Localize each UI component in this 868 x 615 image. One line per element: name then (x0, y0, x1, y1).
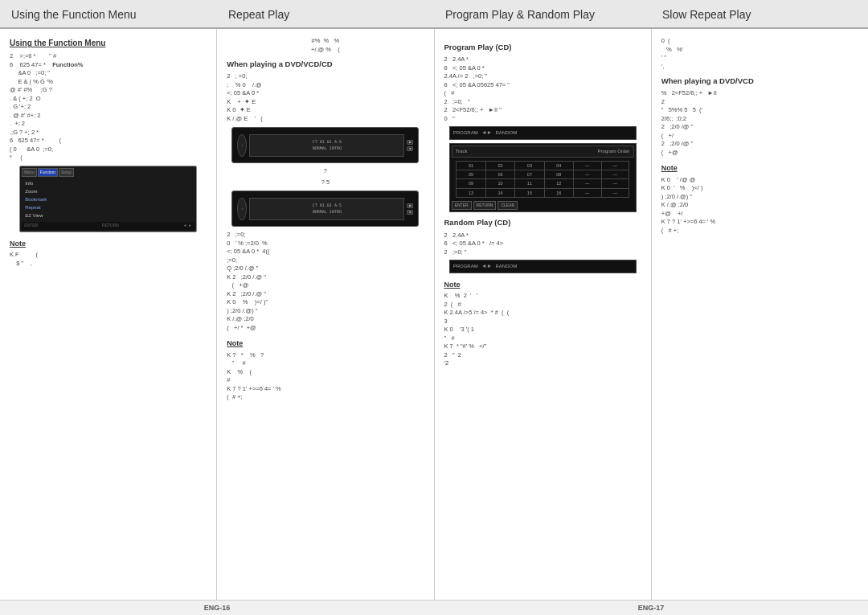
c4n-6: K 7 ? 1' +>=6 4= ' % (661, 218, 858, 227)
c4i-4: ', (661, 63, 858, 72)
c2b2-5: Q ;2/0 /.@ " (227, 264, 424, 273)
c2n-5: K 7 ? 1' +>=6 4= ' % (227, 385, 424, 394)
c2b2-8: K 2 ;2/0 /.@ " (227, 290, 424, 299)
c3p-1: 2 2.4A * (444, 55, 641, 64)
fm-item-ezview: EZ View (23, 211, 193, 219)
col1-line-2: 6 625 47= * Function% (10, 61, 207, 70)
col3-random-title: Random Play (CD) (444, 217, 641, 228)
prog-arrow-icon-2: ◄► (481, 262, 493, 271)
table-cell: 07 (515, 170, 544, 179)
c2n-1: K ? * % ? (227, 351, 424, 360)
c2-b6: K /.@ E ' ( (227, 115, 424, 124)
c2n-2: " # (227, 359, 424, 368)
col3-note-title: Note (444, 280, 641, 291)
col3-note: K % 2 ' ' 2 ( # K 2.4A />5 /= 4> * # ( (… (444, 292, 641, 368)
column-1: Using the Function Menu 2 >;=6 * " # 6 6… (0, 29, 217, 600)
page-num-left: ENG-16 (0, 604, 434, 612)
c4n-2: K 0 ' % )</ ) (661, 184, 858, 193)
c2-b3: <; 05 &A 0 * (227, 89, 424, 98)
prog-order-label: Program Order (598, 148, 630, 155)
c3p-8: 0 " (444, 115, 641, 124)
col2-body1: 2 ; =0; ; % 0 /.@ <; 05 &A 0 * K + ✦ E K… (227, 72, 424, 123)
c4i-1: 0 ( (661, 37, 858, 46)
table-cell: 06 (485, 170, 514, 179)
col1-line-6: . & ( +; 2 O (10, 95, 207, 104)
c4w-5: 2 ;2/0 /@ " (661, 123, 858, 132)
c3n-7: K 7 * "#' % </" (444, 342, 641, 351)
c2-b1: 2 ; =0; (227, 72, 424, 81)
col1-note: K F ( $ " , (10, 251, 207, 268)
c4n-3: ) ;2/0 /.@) " (661, 193, 858, 202)
col1-note-1: K F ( (10, 251, 207, 260)
col1-line-5: @ #' #% ;G ? (10, 86, 207, 95)
col2-note: K ? * % ? " # K % ( # K 7 ? 1' +>=6 4= '… (227, 351, 424, 402)
c4w-1: % 2<F52/6;; + ►II (661, 89, 858, 98)
fm-item-info: Info (23, 179, 193, 187)
c4w-8: ( +@ (661, 149, 858, 158)
program-header-bar: Track Program Order (452, 146, 634, 158)
c3r-1: 2 2.4A * (444, 232, 641, 240)
c4w-3: " 5%% 5 5 (' (661, 106, 858, 115)
program-buttons: ENTER RETURN CLEAR (452, 201, 634, 211)
c3p-3: 2.4A /> 2 ;=0; " (444, 72, 641, 81)
page: Using the Function Menu Repeat Play Prog… (0, 0, 868, 615)
dvd-screen-small-1: CT 01 01 A-5 NORMAL INTRO (249, 134, 404, 157)
col1-line-9: . +; 2 (10, 120, 207, 129)
col4-intro: 0 ( % %' ' " ', (661, 37, 858, 71)
col1-line-1: 2 >;=6 * " # (10, 52, 207, 61)
col2-hline-2: +/.@ % ( (227, 46, 424, 55)
c3n-4: 3 (444, 318, 641, 326)
c3n-3: K 2.4A />5 /= 4> * # ( ( (444, 309, 641, 318)
col2-question: ? (227, 167, 424, 176)
c3p-5: ( # (444, 89, 641, 98)
c2b2-2: 0 ' % ;=2/0 % (227, 240, 424, 248)
footer-bar: ENG-16 ENG-17 (0, 600, 868, 615)
c3n-1: K % 2 ' ' (444, 292, 641, 301)
col2-hline-1: #% % % (227, 37, 424, 46)
col1-line-12: ( 0 &A 0 ;=0; (10, 146, 207, 154)
function-menu-box: Menu Function Setup Info Zoom Bookmark R… (19, 166, 197, 232)
col1-line-11: 6 625 47= * ( (10, 137, 207, 146)
table-cell: — (574, 170, 601, 179)
dvd-front-1: ● CT 01 01 A-5 NORMAL INTRO ▶ ■ (232, 128, 418, 162)
c3n-5: K 0 '3 '( 1 (444, 326, 641, 334)
column-3: Program Play (CD) 2 2.4A * 6 <; 05 &A 0 … (435, 29, 652, 600)
c2-b2: ; % 0 /.@ (227, 81, 424, 90)
fm-tab-menu: Menu (22, 168, 37, 178)
page-num-right: ENG-17 (434, 604, 868, 612)
header-bar: Using the Function Menu Repeat Play Prog… (0, 0, 868, 29)
col1-section-title: Using the Function Menu (10, 37, 207, 49)
fm-tab-setup: Setup (59, 168, 74, 178)
c3p-2: 6 <; 05 &A 0 * (444, 64, 641, 73)
c2b2-11: K /.@ ;2/0 (227, 315, 424, 324)
c2-b4: K + ✦ E (227, 98, 424, 107)
col2-question5: ? 5 (227, 178, 424, 187)
col1-line-4: E & ( % G '% (10, 78, 207, 87)
program-table-container: Track Program Order 0102 0304 —— 0506 07… (449, 143, 637, 213)
table-cell: 04 (544, 161, 573, 170)
c2b2-10: ) ;2/0 /.@) " (227, 307, 424, 316)
c3p-7: 2 2<F52/6;; + ►II " (444, 106, 641, 115)
c2n-6: ( # +; (227, 393, 424, 402)
table-cell: 13 (457, 188, 485, 197)
col4-header: Slow Repeat Play (651, 0, 868, 29)
c3n-8: 2 " 2 (444, 351, 641, 360)
col2-when-title: When playing a DVD/VCD/CD (227, 59, 424, 70)
c2-b5: K 0 ✦ E (227, 106, 424, 115)
c3r-2: 6 <; 05 &A 0 * /= 4> (444, 240, 641, 248)
col1-line-8: . @ #' #+; 2 (10, 112, 207, 121)
fm-bottom-arrows: ◄ ► (183, 223, 192, 229)
col1-line-7: . G '+; 2 (10, 103, 207, 112)
col1-line-13: * ( (10, 154, 207, 162)
table-cell: 12 (544, 179, 573, 188)
fm-item-zoom: Zoom (23, 187, 193, 195)
prog-track-label: Track (456, 148, 468, 155)
dvd-btn-4: ■ (407, 210, 413, 215)
col2-body2: 2 ;=0; 0 ' % ;=2/0 % <; 05 &A 0 * 4(( ;=… (227, 231, 424, 332)
table-row: 0506 0708 —— (457, 170, 629, 179)
c3p-6: 2 ;=0; " (444, 98, 641, 107)
c4w-2: 2 (661, 98, 858, 107)
table-cell: 05 (457, 170, 485, 179)
program-label: PROGRAM (453, 129, 478, 137)
c2b2-1: 2 ;=0; (227, 231, 424, 240)
